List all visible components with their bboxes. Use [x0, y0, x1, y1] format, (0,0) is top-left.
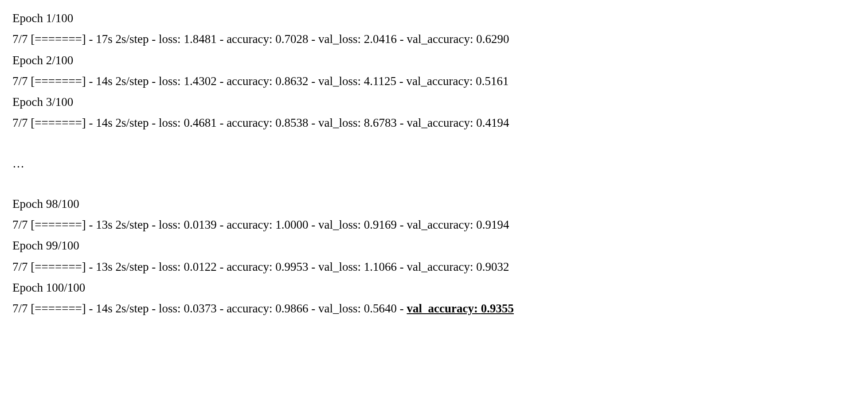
time-text: 13s 2s/step [96, 260, 149, 273]
separator: - [397, 32, 407, 46]
loss-label: loss: [159, 218, 181, 231]
val-loss-value: 2.0416 [364, 32, 397, 46]
val-accuracy-value: 0.6290 [476, 32, 509, 46]
accuracy-label: accuracy: [227, 116, 272, 129]
val-accuracy-label: val_accuracy: [407, 116, 473, 129]
time-text: 14s 2s/step [96, 116, 149, 129]
epoch-metrics: 7/7 [=======] - 14s 2s/step - loss: 0.03… [12, 298, 856, 319]
separator: - [309, 260, 319, 273]
separator: - [309, 32, 319, 46]
loss-label: loss: [159, 260, 181, 273]
val-loss-value: 0.5640 [364, 302, 397, 315]
separator: - [86, 74, 96, 88]
loss-label: loss: [159, 302, 181, 315]
val-accuracy-value: 0.5161 [476, 74, 508, 88]
separator: - [149, 32, 159, 46]
separator: - [217, 218, 227, 231]
time-text: 13s 2s/step [96, 218, 149, 231]
val-accuracy-value: 0.9194 [476, 218, 509, 231]
loss-label: loss: [159, 32, 181, 46]
separator: - [217, 74, 227, 88]
separator: - [397, 116, 407, 129]
progress-bar: 7/7 [=======] [12, 218, 86, 231]
separator: - [86, 116, 96, 129]
epoch-metrics: 7/7 [=======] - 13s 2s/step - loss: 0.01… [12, 257, 856, 277]
val-accuracy-label: val_accuracy: [407, 260, 473, 273]
separator: - [86, 218, 96, 231]
val-loss-label: val_loss: [318, 302, 361, 315]
val-accuracy-value: 0.9032 [476, 260, 509, 273]
separator: - [149, 74, 159, 88]
epoch-header: Epoch 100/100 [12, 277, 856, 298]
loss-value: 1.8481 [184, 32, 216, 46]
separator: - [217, 302, 227, 315]
separator: - [397, 260, 407, 273]
time-text: 17s 2s/step [96, 32, 149, 46]
separator: - [217, 260, 227, 273]
accuracy-value: 0.8538 [275, 116, 308, 129]
blank-line [12, 174, 856, 194]
val-accuracy-value: 0.9355 [481, 302, 514, 315]
separator: - [309, 116, 319, 129]
separator: - [86, 260, 96, 273]
accuracy-label: accuracy: [227, 74, 272, 88]
epoch-header: Epoch 98/100 [12, 194, 856, 214]
val-accuracy-label: val_accuracy: [407, 32, 473, 46]
loss-value: 0.4681 [184, 116, 216, 129]
val-loss-label: val_loss: [318, 32, 361, 46]
loss-value: 0.0373 [184, 302, 216, 315]
loss-label: loss: [159, 116, 181, 129]
epoch-header: Epoch 1/100 [12, 8, 856, 29]
epoch-metrics: 7/7 [=======] - 14s 2s/step - loss: 0.46… [12, 113, 856, 133]
val-loss-value: 0.9169 [364, 218, 397, 231]
val-loss-value: 1.1066 [364, 260, 397, 273]
progress-bar: 7/7 [=======] [12, 74, 86, 88]
accuracy-value: 1.0000 [275, 218, 308, 231]
val-accuracy-label: val_accuracy: [407, 218, 473, 231]
epoch-header: Epoch 99/100 [12, 235, 856, 256]
separator: - [217, 116, 227, 129]
separator: - [309, 74, 319, 88]
accuracy-value: 0.9953 [275, 260, 308, 273]
separator: - [149, 260, 159, 273]
progress-bar: 7/7 [=======] [12, 302, 86, 315]
separator: - [396, 74, 407, 88]
accuracy-label: accuracy: [227, 260, 272, 273]
separator: - [86, 302, 96, 315]
progress-bar: 7/7 [=======] [12, 260, 86, 273]
separator: - [309, 218, 319, 231]
epoch-header: Epoch 2/100 [12, 50, 856, 71]
separator: - [217, 32, 227, 46]
separator: - [309, 302, 319, 315]
separator: - [86, 32, 96, 46]
separator: - [397, 302, 407, 315]
accuracy-value: 0.9866 [275, 302, 308, 315]
loss-value: 1.4302 [184, 74, 216, 88]
loss-label: loss: [159, 74, 181, 88]
ellipsis: … [12, 153, 856, 174]
loss-value: 0.0139 [184, 218, 216, 231]
accuracy-value: 0.8632 [275, 74, 308, 88]
val-accuracy-value: 0.4194 [476, 116, 509, 129]
val-loss-label: val_loss: [318, 74, 361, 88]
progress-bar: 7/7 [=======] [12, 116, 86, 129]
accuracy-label: accuracy: [227, 302, 272, 315]
separator: - [149, 302, 159, 315]
accuracy-label: accuracy: [227, 32, 272, 46]
epoch-metrics: 7/7 [=======] - 13s 2s/step - loss: 0.01… [12, 214, 856, 235]
val-loss-label: val_loss: [318, 218, 361, 231]
separator: - [397, 218, 407, 231]
val-accuracy-highlight: val_accuracy: 0.9355 [407, 302, 514, 315]
blank-line [12, 134, 856, 153]
training-log: Epoch 1/100 7/7 [=======] - 17s 2s/step … [12, 8, 856, 319]
time-text: 14s 2s/step [96, 302, 149, 315]
val-loss-value: 8.6783 [364, 116, 397, 129]
time-text: 14s 2s/step [96, 74, 149, 88]
separator: - [149, 218, 159, 231]
separator: - [149, 116, 159, 129]
val-accuracy-label: val_accuracy: [407, 74, 473, 88]
epoch-metrics: 7/7 [=======] - 14s 2s/step - loss: 1.43… [12, 71, 856, 92]
val-loss-value: 4.1125 [364, 74, 396, 88]
epoch-metrics: 7/7 [=======] - 17s 2s/step - loss: 1.84… [12, 29, 856, 50]
val-accuracy-label: val_accuracy: [407, 302, 478, 315]
